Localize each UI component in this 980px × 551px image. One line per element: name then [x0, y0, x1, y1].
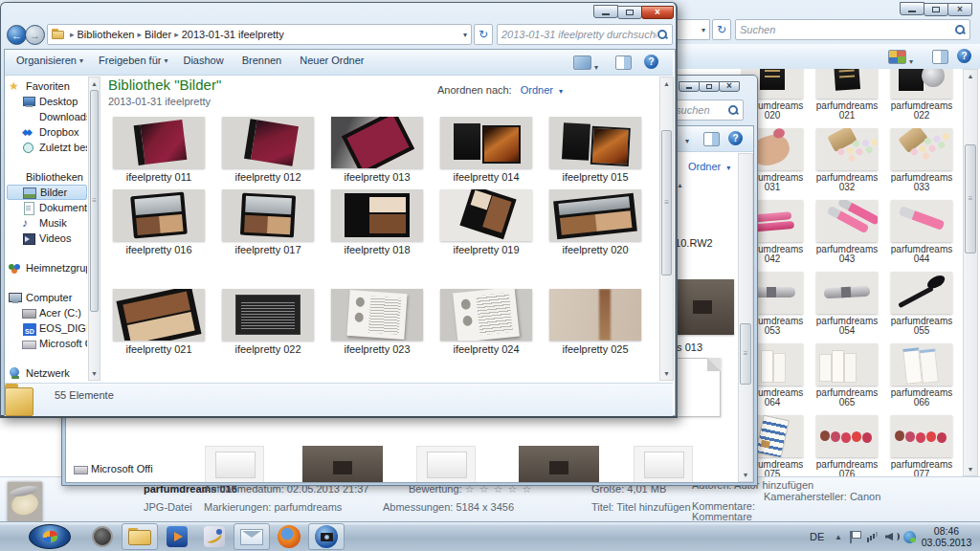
sidebar-item[interactable]: Bilder: [7, 185, 87, 200]
hidden-icons-arrow[interactable]: ▲: [835, 533, 842, 541]
file-item[interactable]: parfumdreams 076: [810, 413, 884, 476]
help-icon[interactable]: ?: [728, 131, 743, 145]
sidebar-item[interactable]: Heimnetzgruppe: [7, 260, 87, 276]
taskbar-explorer[interactable]: [122, 523, 158, 550]
views-dropdown-icon[interactable]: ▾: [682, 134, 689, 145]
sidebar-item[interactable]: Dropbox: [7, 124, 87, 140]
sidebar-item[interactable]: [7, 351, 87, 365]
file-item[interactable]: douglas 013.RW2: [185, 446, 284, 483]
file-item[interactable]: parfumdreams 044: [884, 198, 959, 270]
sidebar-item[interactable]: Microsoft Offic: [7, 336, 87, 351]
taskbar-photo-app[interactable]: [196, 523, 233, 550]
arrange-by-dropdown[interactable]: Ordner ▾: [688, 161, 730, 172]
sidebar-item[interactable]: Videos: [7, 231, 87, 246]
volume-icon[interactable]: [885, 531, 899, 542]
file-item[interactable]: ifeelpretty 014: [432, 117, 541, 189]
preview-pane-icon[interactable]: [703, 132, 720, 148]
sidebar-scrollbar[interactable]: ▲ ▼: [88, 77, 100, 381]
sidebar-item[interactable]: [7, 155, 87, 169]
taskbar-media-player[interactable]: [159, 523, 195, 550]
sidebar-item[interactable]: Dokumente: [7, 200, 87, 215]
scroll-down-arrow[interactable]: ▼: [965, 463, 976, 475]
breadcrumb-bibliotheken[interactable]: Bibliotheken: [78, 29, 135, 40]
toolbar-button[interactable]: Diashow: [175, 50, 234, 71]
details-title[interactable]: Titel: Titel hinzufügen: [591, 501, 691, 513]
breadcrumb[interactable]: ▸Bibliotheken ▸Bilder ▸2013-01-31 ifeelp…: [47, 24, 472, 45]
close-button[interactable]: ×: [947, 3, 972, 16]
file-item[interactable]: ifeelpretty 015: [541, 117, 650, 189]
file-item[interactable]: ifeelpretty 019: [432, 189, 541, 262]
back-button[interactable]: ←: [7, 25, 27, 45]
scroll-up-arrow[interactable]: ▲: [661, 77, 672, 90]
sidebar-item[interactable]: Musik: [7, 215, 87, 231]
file-item[interactable]: ifeelpretty 018: [323, 189, 432, 262]
scrollbar-thumb[interactable]: [740, 323, 751, 385]
file-item[interactable]: ifeelpretty 024: [432, 289, 541, 362]
search-icon[interactable]: [954, 24, 966, 35]
help-icon[interactable]: ?: [644, 55, 658, 69]
file-item[interactable]: parfumdreams 032: [810, 126, 884, 198]
file-item[interactable]: ifeelpretty 025: [541, 289, 650, 362]
taskbar-mail[interactable]: [234, 523, 270, 550]
address-dropdown-icon[interactable]: ▾: [463, 31, 467, 39]
toolbar-button[interactable]: Brennen: [234, 50, 293, 71]
toolbar-button[interactable]: Organisieren▾: [9, 50, 91, 71]
toolbar-button[interactable]: Freigeben für▾: [91, 50, 175, 71]
sidebar-item[interactable]: [7, 246, 87, 260]
sidebar-item[interactable]: Computer: [7, 290, 87, 305]
raw-file-icon[interactable]: [675, 358, 721, 417]
sidebar-item[interactable]: Favoriten: [7, 78, 87, 94]
scrollbar-thumb[interactable]: [965, 144, 976, 253]
file-item[interactable]: ifeelpretty 011: [104, 117, 213, 189]
sidebar-item[interactable]: Downloads: [7, 109, 87, 124]
sidebar-item-microsoft[interactable]: Microsoft Offi: [74, 463, 153, 474]
sidebar-item[interactable]: Zuletzt besucht: [7, 140, 87, 155]
scrollbar-thumb[interactable]: [661, 130, 672, 276]
tray-app-icon[interactable]: [903, 531, 916, 543]
help-icon[interactable]: ?: [957, 49, 971, 63]
file-item[interactable]: douglas 014.RW2: [396, 446, 496, 483]
file-item[interactable]: parfumdreams 043: [810, 198, 884, 270]
keyboard-language[interactable]: DE: [810, 531, 824, 542]
file-item[interactable]: douglas 015: [509, 446, 609, 483]
sidebar-item[interactable]: Desktop: [7, 94, 87, 109]
sidebar-item[interactable]: Bibliotheken: [7, 169, 87, 185]
scroll-down-arrow[interactable]: ▼: [661, 367, 672, 380]
scroll-up-arrow[interactable]: ▲: [677, 182, 683, 188]
preview-pane-icon[interactable]: [615, 55, 632, 72]
minimize-button[interactable]: [900, 2, 924, 15]
sidebar-item[interactable]: EOS_DIGITAL (: [7, 320, 87, 336]
file-item[interactable]: parfumdreams 077: [884, 413, 959, 476]
file-item[interactable]: parfumdreams 066: [884, 342, 959, 413]
file-item[interactable]: parfumdreams 033: [884, 126, 959, 198]
minimize-button[interactable]: [679, 81, 700, 92]
taskbar-camera-app[interactable]: [308, 523, 345, 550]
close-button[interactable]: ×: [641, 6, 674, 19]
maximize-button[interactable]: [924, 3, 948, 16]
scrollbar[interactable]: ▼: [738, 153, 753, 482]
scrollbar[interactable]: ▲ ▼: [963, 69, 978, 476]
address-dropdown-icon[interactable]: ▾: [702, 26, 705, 34]
file-item[interactable]: ifeelpretty 016: [104, 189, 213, 262]
breadcrumb-bilder[interactable]: Bilder: [145, 29, 171, 40]
taskbar-app-round[interactable]: [84, 523, 121, 550]
scroll-down-arrow[interactable]: ▼: [90, 367, 99, 380]
views-icon[interactable]: ▾: [573, 55, 598, 72]
maximize-button[interactable]: [699, 81, 720, 92]
breadcrumb-current-folder[interactable]: 2013-01-31 ifeelpretty: [182, 29, 284, 40]
minimize-button[interactable]: [593, 5, 618, 18]
search-icon[interactable]: [657, 29, 668, 40]
search-box[interactable]: Suchen: [735, 19, 970, 40]
file-item[interactable]: ifeelpretty 023: [323, 289, 432, 362]
file-item[interactable]: parfumdreams 021: [810, 69, 884, 126]
maximize-button[interactable]: [617, 6, 642, 19]
clock[interactable]: 08:46 03.05.2013: [917, 525, 976, 548]
file-item[interactable]: ifeelpretty 022: [213, 289, 323, 362]
refresh-button[interactable]: ↻: [712, 19, 731, 40]
sidebar-item[interactable]: [7, 276, 87, 290]
file-item[interactable]: ifeelpretty 017: [213, 189, 323, 262]
scroll-up-arrow[interactable]: ▲: [965, 70, 976, 82]
content-scrollbar[interactable]: ▲ ▼: [659, 77, 674, 381]
close-button[interactable]: ×: [719, 81, 740, 92]
start-button[interactable]: [29, 524, 71, 549]
